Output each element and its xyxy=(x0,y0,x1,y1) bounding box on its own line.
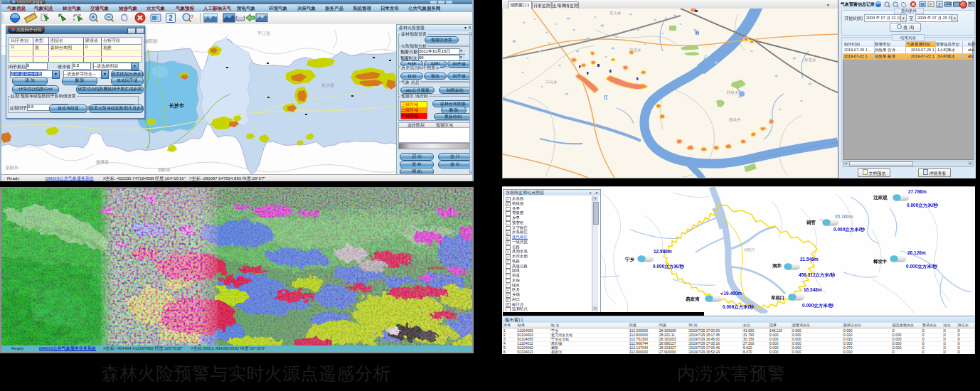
svg-text:26.126m: 26.126m xyxy=(907,250,926,255)
svg-text:◄19.460m: ◄19.460m xyxy=(719,291,742,296)
svg-text:2: 2 xyxy=(938,2,941,7)
svg-text:邵阳市: 邵阳市 xyxy=(5,165,18,171)
svg-text:宁乡: 宁乡 xyxy=(625,257,635,262)
svg-text:注家观: 注家观 xyxy=(873,195,888,200)
svg-text:榔发中: 榔发中 xyxy=(873,259,888,264)
svg-text:◄4546M: ◄4546M xyxy=(427,266,444,270)
svg-text:12.980m: 12.980m xyxy=(654,249,672,254)
svg-text:湘阴县: 湘阴县 xyxy=(145,39,158,44)
svg-text:16.348m: 16.348m xyxy=(804,287,822,292)
svg-text:0.000立方米/秒: 0.000立方米/秒 xyxy=(802,303,834,309)
svg-text:黄花乡: 黄花乡 xyxy=(804,58,816,63)
svg-text:联络乡: 联络乡 xyxy=(727,90,739,95)
svg-text:长沙市: 长沙市 xyxy=(169,102,184,109)
svg-text:跳马乡: 跳马乡 xyxy=(729,117,741,122)
svg-text:草格口: 草格口 xyxy=(770,295,785,301)
svg-text:2: 2 xyxy=(169,14,173,22)
svg-text:白马乡: 白马乡 xyxy=(545,80,558,85)
svg-text:易家湾: 易家湾 xyxy=(685,296,700,302)
svg-text:27.786m: 27.786m xyxy=(908,189,927,194)
svg-text:东山乡: 东山乡 xyxy=(609,11,622,15)
svg-text:江: 江 xyxy=(603,95,608,100)
svg-text:平江县: 平江县 xyxy=(257,31,270,36)
svg-text:0.006立方米/秒: 0.006立方米/秒 xyxy=(723,304,755,310)
svg-text:0.000立方米/秒: 0.000立方米/秒 xyxy=(653,264,685,269)
svg-text:前进乡: 前进乡 xyxy=(629,48,641,53)
svg-text:456.312立方米/秒: 456.312立方米/秒 xyxy=(799,272,836,278)
svg-text:长沙县: 长沙县 xyxy=(321,83,334,87)
svg-text:0.000立方米/秒: 0.000立方米/秒 xyxy=(906,264,938,269)
svg-text:21.549m: 21.549m xyxy=(800,257,819,262)
svg-text:0.000立方米/秒: 0.000立方米/秒 xyxy=(907,203,939,208)
svg-text:洞井: 洞井 xyxy=(772,263,782,269)
svg-text:湘: 湘 xyxy=(694,30,699,36)
svg-text:浏阳河: 浏阳河 xyxy=(744,247,755,252)
svg-text:≈≈: ≈≈ xyxy=(819,218,824,222)
svg-text:浏阳市: 浏阳市 xyxy=(158,167,171,173)
svg-text:铜官: 铜官 xyxy=(806,220,816,225)
svg-text:0.000立方米/秒: 0.000立方米/秒 xyxy=(833,227,866,232)
svg-text:?: ? xyxy=(191,14,193,19)
svg-text:湘潭县: 湘潭县 xyxy=(96,159,109,165)
svg-text:35.160m: 35.160m xyxy=(835,214,853,219)
